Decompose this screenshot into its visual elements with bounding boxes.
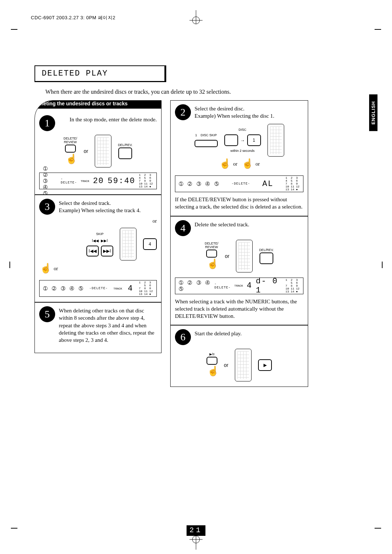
lcd-delete-indicator: -DELETE- <box>61 177 77 185</box>
remote-icon <box>268 124 284 157</box>
registration-mark-top <box>185 10 207 26</box>
lcd-time: 59:40 <box>108 177 135 186</box>
or-label: or <box>83 148 88 154</box>
panel-disc-skip-button[interactable] <box>195 140 218 147</box>
step-3-cell: 3 Select the desired track. Example) Whe… <box>34 195 162 302</box>
step-4-number: 4 <box>175 220 191 236</box>
lcd-delete-indicator: -DELETE- <box>89 287 108 290</box>
lcd-disc-icons: ➀ ➁ ➂ ➃ ➄ <box>179 280 211 292</box>
section-intro: When there are the undesired discs or tr… <box>45 89 332 95</box>
disc-skip-label: DISC SKIP <box>201 133 217 137</box>
step-4-note: When selecting a track with the NUMERIC … <box>175 298 303 320</box>
lcd-track-label: TRACK <box>114 287 122 290</box>
lcd-step1: ➀ ➁ ➂ ➃ ➄ -DELETE- TRACK 20 59:40 1 2 3 … <box>39 173 157 189</box>
remote-numeric-4-button[interactable]: 4 <box>143 238 157 250</box>
or-label: or <box>256 161 260 167</box>
step-3-text1: Select the desired track. <box>59 199 140 207</box>
or-label: or <box>225 253 229 259</box>
remote-skip-prev-button[interactable]: I◀◀ <box>86 246 99 256</box>
step-3-text2: Example) When selecting the track 4. <box>59 207 140 214</box>
lcd-step3: ➀ ➁ ➂ ➃ ➄ -DELETE- TRACK 4 1 2 3 5 6 7 8… <box>39 280 157 297</box>
hand-icon <box>207 365 217 378</box>
or-label: or <box>54 266 58 272</box>
remote-icon <box>236 240 253 272</box>
del-rev-label: DEL/REV. <box>259 248 274 252</box>
section-title: DELETED PLAY <box>34 65 166 82</box>
disc-1-label: 1 <box>195 133 197 137</box>
lcd-segment: d- 0 1 <box>256 277 282 295</box>
lcd-track-label: TRACK <box>234 284 243 287</box>
remote-disc-button[interactable] <box>224 134 238 146</box>
lcd-track-label: TRACK <box>81 179 89 183</box>
remote-numeric-1-button[interactable]: 1 <box>247 134 261 146</box>
lcd-disc-icons: ➀ ➁ ➂ ➃ ➄ <box>43 286 84 292</box>
disc-label: DISC <box>238 128 246 132</box>
step-5-text: When deleting other tracks on that disc … <box>59 307 157 344</box>
print-header: CDC-690T 2003.2.27 3: 0PM 페이지2 <box>31 15 115 21</box>
lcd-step2: ➀ ➁ ➂ ➃ ➄ -DELETE- AL 1 2 3 4 5 6 7 8 9 … <box>175 175 303 192</box>
delete-review-label: DELETE/ REVIEW <box>64 137 77 144</box>
deleting-banner: Deleting the undesired discs or tracks <box>34 100 162 109</box>
remote-icon <box>235 349 252 381</box>
panel-delete-review-button[interactable] <box>65 145 76 153</box>
page-content: DELETED PLAY When there are the undesire… <box>34 65 332 387</box>
lcd-track-number: 20 <box>93 177 104 186</box>
hand-icon <box>241 158 252 170</box>
panel-play-button[interactable] <box>207 357 217 365</box>
panel-skip-next-label: ▶▶I <box>101 239 108 243</box>
step-6-text: Start the deleted play. <box>195 330 242 337</box>
lcd-disc-icons: ➀ ➁ ➂ ➃ ➄ <box>43 166 57 195</box>
hand-icon <box>39 263 50 275</box>
remote-del-rev-button[interactable] <box>260 252 273 264</box>
remote-icon <box>120 228 136 260</box>
lcd-step4: ➀ ➁ ➂ ➃ ➄ -DELETE- TRACK 4 d- 0 1 1 2 3 … <box>175 278 303 294</box>
lcd-track-number: 4 <box>128 284 133 293</box>
registration-mark-bottom <box>185 535 207 551</box>
step-2-text1: Select the desired disc. <box>195 105 274 112</box>
step-1-text: In the stop mode, enter the delete mode. <box>59 116 157 123</box>
or-label: or <box>152 218 157 224</box>
hand-icon <box>219 158 229 170</box>
step-2-number: 2 <box>175 104 191 120</box>
step-1-number: 1 <box>39 115 55 131</box>
hand-icon <box>206 258 217 271</box>
remote-skip-next-button[interactable]: ▶▶I <box>101 246 113 256</box>
lcd-track-number: 4 <box>247 281 252 290</box>
page-number: 21 <box>187 525 205 536</box>
remote-icon <box>95 135 111 167</box>
crop-tick <box>11 528 17 529</box>
panel-delete-review-button[interactable] <box>206 250 217 258</box>
step-1-cell: Deleting the undesired discs or tracks 1… <box>34 100 162 195</box>
delete-review-label: DELETE/ REVIEW <box>205 242 219 249</box>
crop-tick <box>375 528 381 529</box>
step-2-cell: 2 Select the desired disc. Example) When… <box>170 100 308 216</box>
crop-tick <box>375 29 381 30</box>
step-4-cell: 4 Delete the selected track. DELETE/ REV… <box>170 216 308 325</box>
crop-tick <box>11 29 17 30</box>
lcd-track-grid: 1 2 3 4 5 6 7 8 9 10 11 12 13 14 ● <box>139 174 153 188</box>
lcd-track-grid: 1 2 3 5 6 7 8 9 10 11 12 13 14 ● <box>139 281 153 296</box>
step-2-note: If the DELETE/REVIEW button is pressed w… <box>175 196 303 211</box>
crop-tick <box>382 262 383 268</box>
lcd-delete-indicator: -DELETE- <box>232 182 250 186</box>
step-5-cell: 5 When deleting other tracks on that dis… <box>34 302 162 353</box>
lcd-delete-indicator: -DELETE- <box>215 282 231 290</box>
step-4-text: Delete the selected track. <box>195 221 249 228</box>
panel-skip-prev-label: I◀◀ <box>92 239 99 243</box>
language-tab: ENGLISH <box>369 94 377 131</box>
step-6-cell: 6 Start the deleted play. ▶/II or ▶ <box>170 325 308 387</box>
lcd-disc-icons: ➀ ➁ ➂ ➃ ➄ <box>179 181 220 187</box>
remote-play-button[interactable]: ▶ <box>258 359 272 371</box>
remote-del-rev-button[interactable] <box>118 147 132 159</box>
hand-icon <box>65 153 76 166</box>
lcd-track-grid: 1 2 3 4 5 6 7 8 9 10 11 12 13 14 ● <box>286 177 299 191</box>
arrow-icon: → <box>240 138 245 143</box>
lcd-segment: AL <box>262 179 273 189</box>
or-label: or <box>233 161 237 167</box>
skip-label: SKIP <box>96 232 104 236</box>
within-2-seconds-label: within 2 seconds <box>230 149 255 153</box>
play-pause-label: ▶/II <box>209 352 215 356</box>
del-rev-label: DEL/REV. <box>118 143 132 147</box>
step-6-number: 6 <box>175 329 191 345</box>
or-label: or <box>224 362 228 368</box>
